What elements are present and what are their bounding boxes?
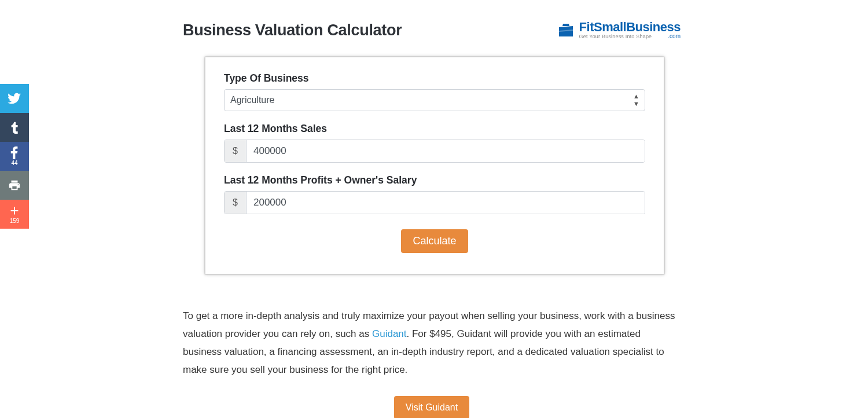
facebook-share-count: 44: [11, 160, 17, 166]
profits-label: Last 12 Months Profits + Owner's Salary: [224, 174, 645, 186]
sales-label: Last 12 Months Sales: [224, 123, 645, 135]
twitter-icon: [8, 91, 21, 105]
main-column: Business Valuation Calculator FitSmallBu…: [183, 0, 681, 418]
type-of-business-label: Type Of Business: [224, 72, 645, 85]
brand-dotcom: .com: [668, 34, 681, 39]
plus-icon: [8, 204, 21, 217]
description-paragraph: To get a more in-depth analysis and trul…: [183, 307, 681, 379]
total-share-count: 159: [10, 218, 20, 224]
briefcase-icon: [557, 23, 575, 38]
brand-logo[interactable]: FitSmallBusiness Get Your Business Into …: [557, 21, 681, 39]
header-row: Business Valuation Calculator FitSmallBu…: [183, 21, 681, 39]
guidant-link[interactable]: Guidant: [372, 328, 407, 339]
calculator-card: Type Of Business Agriculture ▲▼ Last 12 …: [205, 57, 664, 274]
brand-name: FitSmallBusiness: [579, 20, 681, 34]
brand-tagline: Get Your Business Into Shape: [579, 34, 652, 39]
share-twitter-button[interactable]: [0, 84, 29, 113]
sales-input[interactable]: [247, 140, 645, 162]
tumblr-icon: [8, 121, 21, 134]
type-of-business-select[interactable]: Agriculture: [224, 89, 645, 111]
currency-symbol: $: [225, 140, 247, 162]
type-of-business-field: Type Of Business Agriculture ▲▼: [224, 72, 645, 111]
share-tumblr-button[interactable]: [0, 113, 29, 142]
share-more-button[interactable]: 159: [0, 200, 29, 229]
profits-field: Last 12 Months Profits + Owner's Salary …: [224, 174, 645, 214]
print-icon: [8, 179, 21, 192]
share-rail: 44 159: [0, 84, 29, 229]
facebook-icon: [8, 146, 21, 159]
visit-guidant-button[interactable]: Visit Guidant: [394, 396, 469, 418]
sales-field: Last 12 Months Sales $: [224, 123, 645, 163]
share-print-button[interactable]: [0, 171, 29, 200]
share-facebook-button[interactable]: 44: [0, 142, 29, 171]
profits-input[interactable]: [247, 192, 645, 214]
currency-symbol: $: [225, 192, 247, 214]
type-of-business-value: Agriculture: [230, 95, 274, 105]
page-title: Business Valuation Calculator: [183, 21, 402, 39]
calculate-button[interactable]: Calculate: [401, 229, 468, 253]
